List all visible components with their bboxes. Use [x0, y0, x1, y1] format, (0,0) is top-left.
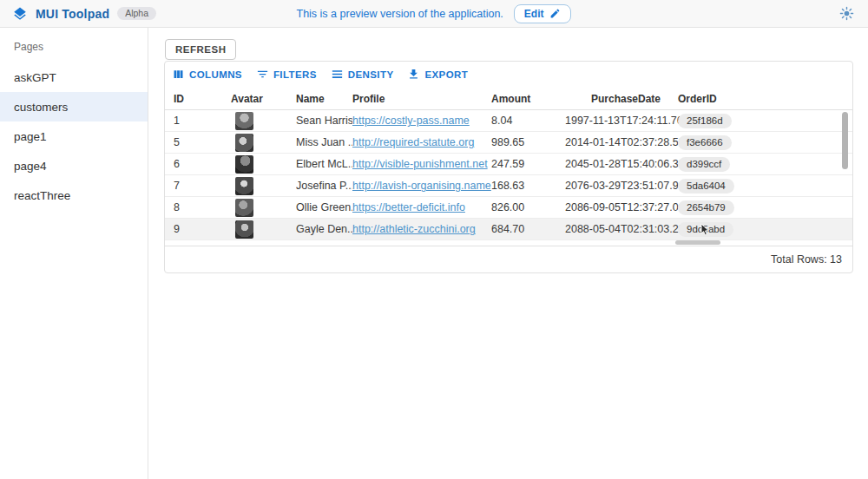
total-rows-label: Total Rows: 13 [771, 253, 842, 266]
profile-link[interactable]: https://costly-pass.name [352, 115, 470, 127]
grid-toolbar: COLUMNS FILTERS DENSITY EXPORT [165, 62, 852, 88]
density-button-label: DENSITY [348, 69, 394, 80]
table-row-hovered: 9 Gayle Den... http://athletic-zucchini.… [165, 219, 852, 240]
avatar [235, 199, 253, 217]
cell-profile: http://athletic-zucchini.org [352, 223, 491, 235]
density-button[interactable]: DENSITY [331, 68, 394, 81]
cell-purchasedate: 2014-01-14T02:37:28.536Z [565, 136, 669, 148]
cell-orderid: 9dc5abd [669, 222, 852, 238]
cell-purchasedate: 2088-05-04T02:31:03.294Z [565, 223, 669, 235]
sidebar-item-page4[interactable]: page4 [0, 151, 148, 180]
cell-amount: 168.63 [491, 180, 565, 192]
pencil-icon [549, 8, 561, 19]
profile-link[interactable]: http://visible-punishment.net [352, 158, 488, 170]
cell-orderid: 2654b79 [669, 200, 852, 216]
column-header-id[interactable]: ID [174, 93, 231, 105]
cell-name: Sean Harris [296, 115, 352, 127]
sidebar-item-reactthree[interactable]: reactThree [0, 180, 148, 210]
grid-header-row: ID Avatar Name Profile Amount PurchaseDa… [165, 88, 852, 111]
cell-id: 1 [174, 115, 231, 127]
cell-amount: 989.65 [491, 136, 565, 148]
avatar [235, 220, 253, 239]
column-header-orderid[interactable]: OrderID [669, 93, 852, 105]
app-brand: MUI Toolpad Alpha [12, 6, 220, 22]
profile-link[interactable]: https://better-deficit.info [352, 201, 465, 213]
cell-name: Gayle Den... [296, 223, 352, 235]
data-grid-card: COLUMNS FILTERS DENSITY EXPORT [164, 61, 853, 273]
cell-id: 9 [174, 223, 231, 235]
cell-id: 7 [174, 180, 231, 192]
layers-icon [12, 6, 28, 22]
sidebar-item-label: askGPT [14, 71, 56, 84]
columns-button[interactable]: COLUMNS [172, 68, 242, 81]
view-columns-icon [172, 68, 185, 81]
avatar [235, 155, 253, 174]
filters-button[interactable]: FILTERS [256, 68, 317, 81]
order-id-chip: f3e6666 [678, 135, 732, 151]
sidebar-item-label: reactThree [14, 189, 70, 202]
sidebar-subheader: Pages [0, 28, 148, 62]
cell-amount: 826.00 [491, 201, 565, 213]
export-button[interactable]: EXPORT [407, 68, 468, 81]
grid-footer: Total Rows: 13 [165, 246, 852, 272]
sidebar-item-page1[interactable]: page1 [0, 121, 148, 151]
cell-name: Elbert McL... [296, 158, 352, 170]
sidebar-item-label: page1 [14, 130, 47, 143]
refresh-button[interactable]: REFRESH [165, 39, 236, 60]
cell-name: Miss Juan ... [296, 136, 352, 148]
sidebar-item-label: page4 [14, 160, 47, 173]
avatar [235, 112, 253, 130]
order-id-chip: 25f186d [678, 114, 732, 129]
order-id-chip: d399ccf [678, 157, 730, 173]
profile-link[interactable]: http://athletic-zucchini.org [352, 223, 476, 235]
cell-amount: 8.04 [491, 115, 565, 127]
alpha-badge: Alpha [117, 7, 156, 21]
column-header-avatar[interactable]: Avatar [231, 93, 296, 105]
cell-id: 5 [174, 136, 231, 148]
cell-profile: http://required-statute.org [352, 136, 491, 148]
table-row: 7 Josefina P... http://lavish-organising… [165, 175, 852, 197]
cell-orderid: d399ccf [669, 157, 852, 173]
cell-orderid: 25f186d [669, 114, 852, 129]
cell-id: 6 [174, 158, 231, 170]
cell-profile: https://costly-pass.name [352, 115, 491, 127]
column-header-profile[interactable]: Profile [352, 93, 491, 105]
theme-toggle-button[interactable] [838, 4, 856, 23]
sidebar-item-label: customers [14, 101, 68, 114]
cell-avatar [231, 199, 296, 217]
vertical-scrollbar-thumb[interactable] [842, 112, 848, 169]
cell-profile: https://better-deficit.info [352, 201, 491, 213]
column-header-purchasedate[interactable]: PurchaseDate [565, 93, 669, 105]
sun-icon [839, 6, 854, 21]
cell-amount: 684.70 [491, 223, 565, 235]
export-button-label: EXPORT [424, 69, 468, 80]
column-header-name[interactable]: Name [296, 93, 352, 105]
profile-link[interactable]: http://required-statute.org [352, 136, 474, 148]
profile-link[interactable]: http://lavish-organising.name [352, 180, 491, 192]
main-content: REFRESH COLUMNS FILTERS DENSITY [149, 28, 868, 479]
edit-button[interactable]: Edit [514, 4, 572, 23]
column-header-amount[interactable]: Amount [491, 93, 565, 105]
horizontal-scrollbar-thumb[interactable] [675, 240, 720, 245]
sidebar-item-customers[interactable]: customers [0, 92, 148, 121]
cell-orderid: 5da6404 [669, 179, 852, 194]
table-row: 5 Miss Juan ... http://required-statute.… [165, 132, 852, 154]
table-row: 1 Sean Harris https://costly-pass.name 8… [165, 110, 852, 132]
avatar [235, 134, 253, 152]
cell-profile: http://visible-punishment.net [352, 158, 491, 170]
sidebar-item-askgpt[interactable]: askGPT [0, 62, 148, 92]
table-row: 6 Elbert McL... http://visible-punishmen… [165, 154, 852, 175]
preview-banner-text: This is a preview version of the applica… [297, 8, 503, 20]
edit-button-label: Edit [524, 8, 544, 20]
cell-orderid: f3e6666 [669, 135, 852, 151]
cell-name: Ollie Green... [296, 201, 352, 213]
cell-purchasedate: 2076-03-29T23:51:07.968Z [565, 180, 669, 192]
cell-amount: 247.59 [491, 158, 565, 170]
cell-purchasedate: 2045-01-28T15:40:06.325Z [565, 158, 669, 170]
density-icon [331, 68, 344, 81]
horizontal-scrollbar [165, 240, 852, 246]
cell-avatar [231, 112, 296, 130]
avatar [235, 177, 253, 195]
cell-purchasedate: 1997-11-13T17:24:11.769Z [565, 115, 669, 127]
sidebar: Pages askGPT customers page1 page4 react… [0, 28, 148, 479]
